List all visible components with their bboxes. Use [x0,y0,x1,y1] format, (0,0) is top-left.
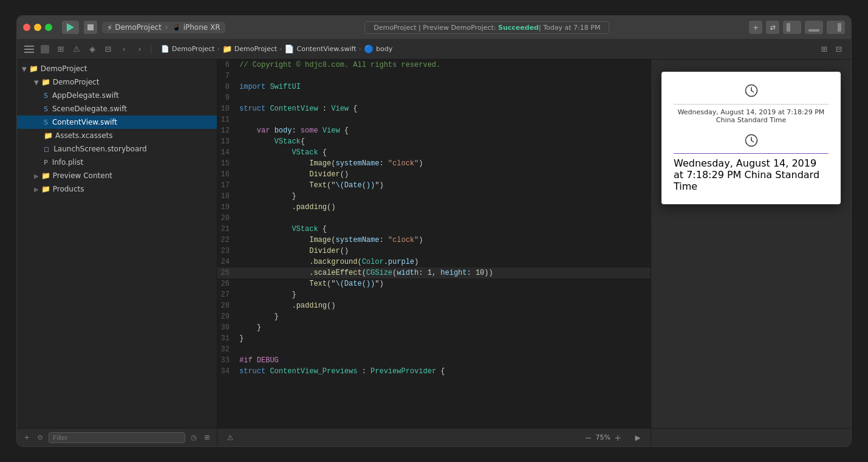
sidebar-label: Assets.xcassets [55,131,113,140]
code-area[interactable]: 6 // Copyright © hdjc8.com. All rights r… [217,60,651,428]
zoom-control: − 75% + [584,433,623,443]
layout-button[interactable]: ⇄ [766,21,779,34]
code-line-18: 18 } [217,191,651,202]
stop-button[interactable] [84,21,97,34]
succeeded-text: Succeeded [498,24,539,32]
filter-icon[interactable]: ⊙ [35,433,45,443]
device-icon: 📱 [172,23,181,32]
code-line-8: 8 import SwiftUI [217,81,651,92]
file-icon: ◻ [44,145,49,153]
toolbar-divider [151,44,151,54]
code-line-9: 9 [217,92,651,103]
editor-footer-right: − 75% + [584,433,623,443]
warning-indicator[interactable]: ⚠ [225,432,236,443]
source-control-icon[interactable]: ⊞ [202,433,212,443]
preview-block-2: Wednesday, August 14, 2019 at 7:18:29 PM… [674,134,829,192]
back-nav-icon[interactable]: ‹ [118,43,130,55]
forward-nav-icon[interactable]: › [134,43,146,55]
code-line-26: 26 Text("\(Date())") [217,278,651,289]
sidebar-item-infoplist[interactable]: P Info.plist [17,156,217,169]
breadcrumb-folder[interactable]: DemoProject [234,45,277,53]
memory-icon[interactable]: ◈ [86,43,98,55]
scheme-selector[interactable]: ⚡ DemoProject › 📱 iPhone XR [102,22,225,33]
folder-icon: 📁 [41,171,50,180]
add-icon[interactable]: + [22,433,32,443]
svg-rect-11 [41,45,49,53]
code-line-19: 19 .padding() [217,202,651,213]
fullscreen-button[interactable] [45,24,52,31]
grid-icon[interactable]: ⊟ [102,43,114,55]
device-name: iPhone XR [183,23,220,32]
split-editor-icon[interactable]: ⊞ [818,43,830,55]
toolbar-right-buttons: ⊞ ⊟ [818,43,845,55]
titlebar: ⚡ DemoProject › 📱 iPhone XR DemoProject … [17,16,851,39]
folder-icon: 📁 [44,131,53,140]
code-line-12: 12 var body: some View { [217,125,651,136]
add-group-icon[interactable]: ⊞ [55,43,67,55]
status-pill: DemoProject | Preview DemoProject: Succe… [364,21,609,34]
code-line-15: 15 Image(systemName: "clock") [217,158,651,169]
sidebar-item-launchscreen[interactable]: ◻ LaunchScreen.storyboard [17,142,217,156]
sidebar-item-appdelegate[interactable]: S AppDelegate.swift [17,89,217,102]
svg-marker-0 [67,23,74,32]
sidebar-label: LaunchScreen.storyboard [53,145,147,153]
close-button[interactable] [23,24,30,31]
sidebar-item-preview-content[interactable]: ▶ 📁 Preview Content [17,169,217,182]
sidebar-toggle-icon[interactable] [23,43,35,55]
warning-icon[interactable]: ⚠ [70,43,83,55]
breadcrumb-project[interactable]: DemoProject [172,45,214,53]
sidebar-item-root[interactable]: ▼ 📁 DemoProject [17,62,217,75]
device-preview-frame: Wednesday, August 14, 2019 at 7:18:29 PM… [661,72,841,204]
code-line-22: 22 Image(systemName: "clock") [217,235,651,246]
file-icon: P [44,159,48,167]
play-preview-icon[interactable]: ▶ [632,432,643,443]
breadcrumb-symbol[interactable]: body [376,45,392,53]
code-line-25: 25 .scaleEffect(CGSize(width: 1, height:… [217,267,651,278]
svg-rect-6 [830,23,837,32]
file-icon: S [44,105,48,113]
add-button[interactable]: + [749,21,762,34]
zoom-out-button[interactable]: − [584,433,593,443]
sidebar-item-products[interactable]: ▶ 📁 Products [17,182,217,196]
sidebar-label: AppDelegate.swift [52,91,119,100]
sidebar-label: DemoProject [41,64,87,73]
folder-icon: 📁 [29,64,38,73]
code-line-6: 6 // Copyright © hdjc8.com. All rights r… [217,60,651,71]
sidebar-label: DemoProject [53,78,100,86]
preview-canvas: Wednesday, August 14, 2019 at 7:18:29 PM… [651,60,851,428]
zoom-level: 75% [596,433,610,441]
file-icon[interactable] [39,43,51,55]
right-panel-toggle[interactable] [827,21,845,34]
code-line-33: 33 #if DEBUG [217,355,651,366]
run-button[interactable] [62,21,79,34]
sidebar-label: SceneDelegate.swift [52,105,127,113]
filter-input[interactable] [49,432,185,443]
sidebar: ▼ 📁 DemoProject ▼ 📁 DemoProject S AppDel… [17,60,217,446]
svg-rect-5 [808,29,819,32]
zoom-in-button[interactable]: + [613,433,623,443]
sidebar-item-scenedelegate[interactable]: S SceneDelegate.swift [17,102,217,116]
svg-rect-9 [24,49,34,50]
history-icon[interactable]: ◷ [189,433,199,443]
sidebar-item-contentview[interactable]: S ContentView.swift [17,116,217,129]
sidebar-item-demoproject[interactable]: ▼ 📁 DemoProject [17,75,217,89]
code-line-14: 14 VStack { [217,147,651,158]
bottom-panel-toggle[interactable] [805,21,823,34]
status-time: | Today at 7:18 PM [539,24,600,32]
sidebar-item-assets[interactable]: 📁 Assets.xcassets [17,129,217,142]
sidebar-label: Info.plist [52,158,84,167]
breadcrumb-swift-icon: 📄 [284,44,294,53]
preview-footer [651,428,851,446]
minimize-button[interactable] [34,24,41,31]
clock-icon-2 [745,134,758,150]
inspector-icon[interactable]: ⊟ [833,43,845,55]
svg-rect-7 [838,23,841,32]
scheme-name: DemoProject [115,23,162,32]
folder-icon: 📁 [41,78,50,86]
svg-rect-10 [24,52,34,53]
breadcrumb-file-icon: 📄 [161,45,169,53]
breadcrumb-file[interactable]: ContentView.swift [296,45,356,53]
traffic-lights [23,24,52,31]
left-panel-toggle[interactable] [783,21,801,34]
code-editor: 6 // Copyright © hdjc8.com. All rights r… [217,60,651,446]
